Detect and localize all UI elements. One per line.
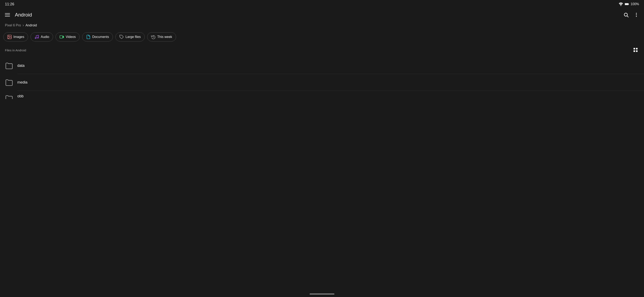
filter-chip-videos-label: Videos (66, 35, 76, 39)
document-icon (86, 35, 90, 39)
section-header: Files in Android (0, 45, 644, 57)
scroll-indicator (310, 294, 334, 295)
video-icon (60, 35, 64, 39)
wifi-icon (618, 2, 623, 6)
folder-icon (5, 94, 13, 99)
breadcrumb-separator: › (22, 23, 24, 27)
filter-chip-largefiles[interactable]: Large files (116, 32, 145, 41)
svg-point-0 (620, 5, 621, 6)
filter-chip-largefiles-label: Large files (126, 35, 141, 39)
status-bar: 11:26 100% (0, 0, 644, 8)
filter-chip-documents[interactable]: Documents (82, 32, 113, 41)
svg-rect-13 (60, 36, 63, 38)
file-name: media (17, 80, 28, 85)
filter-chip-images-label: Images (14, 35, 24, 39)
folder-icon (5, 61, 13, 70)
app-bar-actions (622, 10, 641, 19)
svg-point-11 (35, 37, 36, 39)
filter-chips-container: Images Audio Videos Documents (0, 31, 644, 45)
filter-chip-documents-label: Documents (92, 35, 109, 39)
audio-icon (34, 35, 39, 39)
status-time: 11:26 (5, 2, 14, 6)
file-list: data media obb (0, 57, 644, 99)
svg-rect-18 (634, 50, 635, 52)
file-name: data (17, 63, 24, 68)
svg-marker-14 (63, 36, 64, 38)
history-icon (151, 35, 156, 39)
filter-chip-thisweek[interactable]: This week (147, 32, 176, 41)
breadcrumb-parent[interactable]: Pixel 6 Pro (5, 23, 21, 27)
svg-point-12 (37, 37, 38, 38)
svg-rect-16 (634, 48, 635, 49)
svg-rect-17 (636, 48, 638, 49)
grid-view-button[interactable] (632, 46, 639, 54)
search-icon (623, 12, 629, 17)
more-options-button[interactable] (632, 10, 641, 19)
app-title: Android (15, 12, 622, 18)
svg-point-10 (8, 36, 9, 37)
list-item[interactable]: data (0, 57, 644, 74)
filter-chip-audio-label: Audio (41, 35, 49, 39)
filter-chip-audio[interactable]: Audio (30, 32, 53, 41)
svg-rect-3 (625, 3, 628, 5)
filter-chip-images[interactable]: Images (3, 32, 28, 41)
svg-rect-19 (636, 50, 638, 52)
grid-view-icon (633, 47, 638, 53)
search-button[interactable] (622, 10, 630, 19)
breadcrumb-current: Android (26, 23, 37, 27)
tag-icon (119, 35, 124, 39)
list-item[interactable]: media (0, 74, 644, 90)
hamburger-button[interactable] (3, 11, 12, 18)
battery-icon (625, 2, 629, 6)
svg-rect-2 (628, 4, 629, 4)
battery-percentage: 100% (630, 2, 639, 6)
svg-line-5 (627, 16, 628, 17)
svg-point-8 (636, 16, 637, 17)
folder-icon (5, 78, 13, 86)
section-title: Files in Android (5, 48, 26, 52)
status-icons: 100% (618, 2, 639, 6)
svg-point-6 (636, 13, 637, 13)
file-name: obb (17, 94, 24, 98)
app-bar: Android (0, 8, 644, 21)
svg-point-7 (636, 14, 637, 15)
filter-chip-videos[interactable]: Videos (56, 32, 80, 41)
list-item[interactable]: obb (0, 91, 644, 99)
more-vertical-icon (634, 12, 639, 17)
filter-chip-thisweek-label: This week (157, 35, 172, 39)
image-icon (7, 35, 12, 39)
breadcrumb: Pixel 6 Pro › Android (0, 21, 644, 31)
